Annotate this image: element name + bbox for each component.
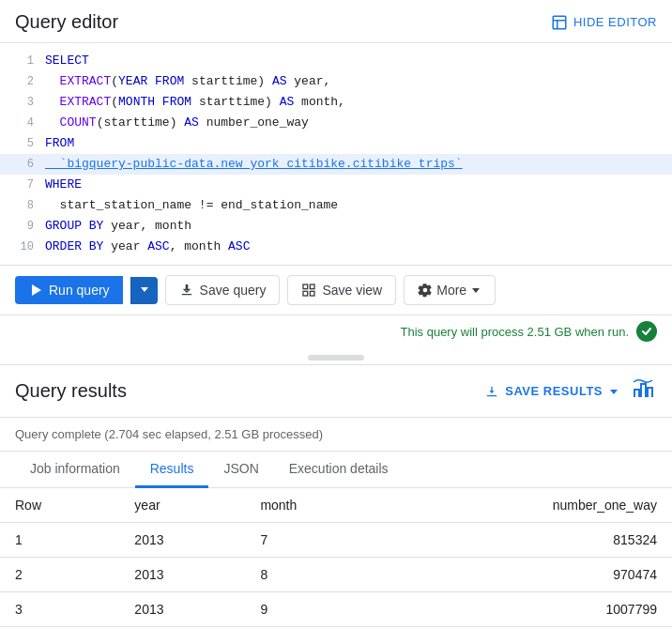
hide-editor-icon [551, 14, 568, 31]
table-cell: 3 [0, 592, 119, 627]
table-cell: 9 [245, 592, 387, 627]
save-query-button[interactable]: Save query [165, 275, 281, 305]
results-actions: SAVE RESULTS [484, 376, 657, 406]
line-number: 10 [11, 237, 34, 257]
col-header-number_one_way: number_one_way [387, 488, 672, 523]
svg-rect-5 [181, 294, 191, 295]
svg-marker-12 [610, 390, 618, 394]
line-number: 4 [11, 113, 34, 133]
more-chevron-icon [470, 284, 481, 296]
query-info-text: This query will process 2.51 GB when run… [401, 325, 630, 339]
table-row: 220138970474 [0, 558, 672, 592]
code-line: 10ORDER BY year ASC, month ASC [0, 237, 672, 257]
code-line: 2 EXTRACT(YEAR FROM starttime) AS year, [0, 71, 672, 92]
query-info-bar: This query will process 2.51 GB when run… [0, 315, 672, 351]
more-button[interactable]: More [404, 275, 496, 305]
results-tabs: Job informationResultsJSONExecution deta… [0, 452, 672, 488]
save-results-button[interactable]: SAVE RESULTS [484, 384, 619, 399]
svg-rect-7 [311, 284, 315, 289]
code-line: 1SELECT [0, 51, 672, 71]
table-cell: 815324 [387, 523, 672, 558]
save-results-chevron-icon [608, 386, 619, 397]
editor-scrollbar[interactable] [0, 351, 672, 365]
table-cell: 970474 [387, 558, 672, 592]
results-table-container: Rowyearmonthnumber_one_way12013781532422… [0, 488, 672, 627]
svg-rect-9 [311, 291, 315, 296]
svg-rect-8 [303, 291, 308, 296]
code-line: 5FROM [0, 133, 672, 154]
line-number: 5 [11, 133, 34, 154]
svg-marker-3 [32, 284, 41, 296]
query-status: Query complete (2.704 sec elapsed, 2.51 … [0, 418, 672, 452]
code-line: 3 EXTRACT(MONTH FROM starttime) AS month… [0, 92, 672, 113]
tab-job-information[interactable]: Job information [15, 452, 135, 488]
save-results-label: SAVE RESULTS [505, 384, 603, 398]
tab-json[interactable]: JSON [208, 452, 273, 488]
svg-marker-4 [141, 287, 148, 292]
col-header-Row: Row [0, 488, 119, 523]
code-editor[interactable]: 1SELECT2 EXTRACT(YEAR FROM starttime) AS… [0, 43, 672, 266]
line-code: EXTRACT(MONTH FROM starttime) AS month, [45, 92, 345, 113]
line-number: 9 [11, 216, 34, 237]
page-title: Query editor [15, 11, 118, 33]
chevron-down-icon [139, 284, 150, 295]
save-query-label: Save query [200, 283, 267, 298]
tab-execution-details[interactable]: Execution details [274, 452, 404, 488]
line-code: start_station_name != end_station_name [45, 195, 338, 216]
line-number: 7 [11, 175, 34, 195]
table-row: 120137815324 [0, 523, 672, 558]
scrollbar-thumb[interactable] [308, 355, 364, 361]
results-table: Rowyearmonthnumber_one_way12013781532422… [0, 488, 672, 627]
explore-data-icon[interactable] [631, 376, 657, 406]
run-label: Run query [49, 283, 110, 298]
table-cell: 2013 [119, 592, 245, 627]
line-code: SELECT [45, 51, 89, 71]
table-cell: 8 [245, 558, 387, 592]
download-icon [484, 384, 499, 399]
table-row: 3201391007799 [0, 592, 672, 627]
toolbar: Run query Save query Save view More [0, 266, 672, 315]
line-code: ORDER BY year ASC, month ASC [45, 237, 250, 257]
svg-rect-0 [553, 16, 566, 29]
play-icon [28, 283, 43, 298]
svg-rect-11 [487, 395, 497, 396]
hide-editor-button[interactable]: HIDE EDITOR [551, 14, 657, 31]
code-line: 9GROUP BY year, month [0, 216, 672, 237]
line-code: `bigquery-public-data.new_york_citibike.… [45, 154, 463, 175]
line-number: 2 [11, 71, 34, 92]
table-cell: 7 [245, 523, 387, 558]
line-number: 1 [11, 51, 34, 71]
code-line: 8 start_station_name != end_station_name [0, 195, 672, 216]
line-code: GROUP BY year, month [45, 216, 191, 237]
table-cell: 2 [0, 558, 119, 592]
svg-marker-10 [472, 288, 480, 293]
run-query-button[interactable]: Run query [15, 276, 123, 304]
table-cell: 2013 [119, 523, 245, 558]
table-cell: 1 [0, 523, 119, 558]
line-code: WHERE [45, 175, 82, 195]
col-header-month: month [245, 488, 387, 523]
code-line: 7WHERE [0, 175, 672, 195]
results-header: Query results SAVE RESULTS [0, 365, 672, 418]
results-title: Query results [15, 380, 127, 402]
run-query-dropdown-button[interactable] [130, 277, 158, 304]
save-view-button[interactable]: Save view [287, 275, 396, 305]
hide-editor-label: HIDE EDITOR [573, 15, 657, 29]
col-header-year: year [119, 488, 245, 523]
line-code: COUNT(starttime) AS number_one_way [45, 113, 309, 133]
svg-rect-6 [303, 284, 308, 289]
table-cell: 1007799 [387, 592, 672, 627]
code-line: 4 COUNT(starttime) AS number_one_way [0, 113, 672, 133]
gear-icon [418, 283, 433, 298]
code-line: 6 `bigquery-public-data.new_york_citibik… [0, 154, 672, 175]
success-check-icon [636, 321, 657, 342]
tab-results[interactable]: Results [135, 452, 209, 488]
line-code: EXTRACT(YEAR FROM starttime) AS year, [45, 71, 330, 92]
save-view-icon [301, 283, 316, 298]
save-query-icon [179, 283, 194, 298]
more-label: More [436, 283, 466, 298]
header: Query editor HIDE EDITOR [0, 0, 672, 43]
line-code: FROM [45, 133, 74, 154]
line-number: 3 [11, 92, 34, 113]
save-view-label: Save view [322, 283, 382, 298]
